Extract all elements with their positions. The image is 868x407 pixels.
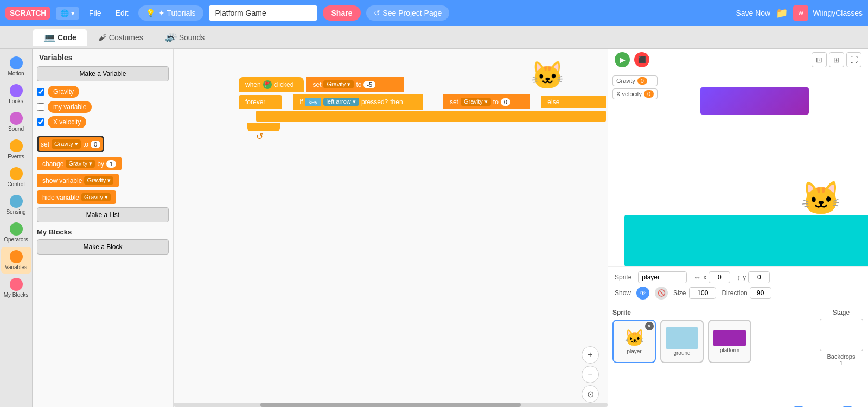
sprite-grid: ✕ 🐱 player ground platform	[612, 320, 809, 363]
sprite-delete-player[interactable]: ✕	[645, 322, 654, 330]
direction-input[interactable]	[750, 287, 771, 299]
motion-label: Motion	[8, 71, 24, 77]
zoom-out-button[interactable]: −	[582, 366, 599, 383]
stop-button[interactable]: ⬛	[634, 52, 649, 67]
share-button[interactable]: Share	[323, 5, 361, 21]
set-label3: set	[450, 98, 458, 106]
script-canvas[interactable]: 🐱 when 🚩 clicked set Gravity ▾ to -5	[174, 49, 608, 407]
change-value[interactable]: 1	[106, 160, 116, 168]
platform-sprite-preview	[713, 330, 746, 346]
sidebar-item-variables[interactable]: Variables	[1, 247, 31, 274]
show-variable-label: show variable	[42, 177, 82, 185]
show-variable-block[interactable]: show variable Gravity ▾	[37, 174, 119, 187]
normal-stage-button[interactable]: ⊞	[829, 52, 844, 67]
sprite-card-platform[interactable]: platform	[708, 320, 751, 363]
make-list-button[interactable]: Make a List	[37, 207, 169, 222]
tab-code[interactable]: 💻 💻 Code	[33, 29, 87, 46]
edit-menu[interactable]: Edit	[111, 7, 133, 20]
sprite-name-input[interactable]	[638, 271, 687, 283]
set-gravity-if-dropdown[interactable]: Gravity ▾	[461, 98, 491, 106]
xvelocity-chip[interactable]: X velocity	[48, 116, 86, 128]
tab-costumes[interactable]: 🖌 🖌 Costumes	[87, 29, 154, 46]
forever-block[interactable]: forever	[239, 95, 282, 109]
make-variable-button[interactable]: Make a Variable	[37, 66, 169, 81]
sprite-info-panel: Sprite ↔ x ↕ y Show 👁 🚫 Size	[608, 266, 868, 304]
hide-eye-button[interactable]: 🚫	[655, 287, 668, 300]
green-flag-button[interactable]: ▶	[615, 52, 630, 67]
cat-sprite-stage[interactable]: 🐱	[801, 179, 841, 218]
to-label2: to	[356, 81, 361, 88]
set-var-dropdown[interactable]: Gravity ▾	[52, 139, 81, 149]
sidebar-item-sound[interactable]: Sound	[1, 109, 31, 135]
sidebar-item-motion[interactable]: Motion	[1, 53, 31, 80]
control-label: Control	[7, 181, 24, 187]
show-variable-row: show variable Gravity ▾	[37, 174, 169, 187]
tutorials-button[interactable]: 💡 ✦ Tutorials	[138, 5, 203, 21]
stage-canvas[interactable]: Gravity 0 X velocity 0 🐱	[608, 71, 868, 266]
hide-variable-block[interactable]: hide variable Gravity ▾	[37, 190, 116, 204]
set-block-selected[interactable]: set Gravity ▾ to 0	[37, 136, 104, 152]
zoom-reset-button[interactable]: ⊙	[582, 385, 599, 403]
sidebar-item-myblocks[interactable]: My Blocks	[1, 275, 31, 301]
x-input[interactable]	[709, 271, 730, 283]
folder-icon[interactable]: 📁	[776, 7, 788, 19]
set-gravity-block[interactable]: set Gravity ▾ to -5	[306, 77, 404, 92]
language-button[interactable]: 🌐 ▾	[56, 7, 79, 20]
set-value[interactable]: 0	[91, 141, 100, 148]
y-input[interactable]	[748, 271, 770, 283]
sidebar-item-control[interactable]: Control	[1, 164, 31, 190]
sidebar-item-events[interactable]: Events	[1, 136, 31, 163]
set-gravity-if-val[interactable]: 0	[501, 98, 510, 106]
variable-row-xvelocity: X velocity	[37, 116, 169, 128]
xvelocity-checkbox[interactable]	[37, 118, 44, 126]
hide-variable-label: hide variable	[42, 194, 79, 201]
tab-sounds[interactable]: 🔊 🔊 Sounds	[154, 29, 215, 46]
zoom-in-button[interactable]: +	[582, 346, 599, 364]
change-block-row: change Gravity ▾ by 1	[37, 157, 169, 170]
arrow-dropdown[interactable]: left arrow ▾	[323, 98, 359, 106]
sprite-card-ground[interactable]: ground	[660, 320, 704, 363]
user-avatar: W	[793, 5, 808, 21]
stage-thumbnail[interactable]	[820, 319, 863, 351]
set-gravity-if-block[interactable]: set Gravity ▾ to 0	[443, 94, 530, 109]
change-dropdown[interactable]: Gravity ▾	[66, 160, 95, 168]
fullscreen-button[interactable]: ⛶	[846, 52, 861, 67]
show-eye-button[interactable]: 👁	[636, 287, 649, 300]
scrollbar-thumb[interactable]	[260, 403, 521, 407]
set-gravity-dropdown[interactable]: Gravity ▾	[323, 80, 354, 88]
project-title-input[interactable]	[209, 5, 317, 21]
stage-platform	[624, 215, 868, 266]
size-label: Size	[673, 289, 686, 297]
myvariable-checkbox[interactable]	[37, 103, 44, 111]
see-project-button[interactable]: ↺ See Project Page	[366, 5, 449, 21]
gravity-display: Gravity 0	[612, 75, 658, 86]
sidebar-item-looks[interactable]: Looks	[1, 81, 31, 107]
horizontal-scrollbar[interactable]	[174, 403, 608, 407]
sprite-card-player[interactable]: ✕ 🐱 player	[612, 320, 656, 363]
show-variable-dropdown[interactable]: Gravity ▾	[84, 176, 113, 185]
script-area[interactable]: 🐱 when 🚩 clicked set Gravity ▾ to -5	[174, 49, 608, 407]
small-stage-button[interactable]: ⊡	[812, 52, 827, 67]
variable-display-area: Gravity 0 X velocity 0	[612, 75, 658, 99]
size-input[interactable]	[689, 287, 716, 299]
hide-variable-dropdown[interactable]: Gravity ▾	[81, 193, 111, 201]
make-block-button[interactable]: Make a Block	[37, 239, 169, 255]
sidebar-item-sensing[interactable]: Sensing	[1, 192, 31, 218]
event-block[interactable]: when 🚩 clicked	[239, 77, 304, 92]
user-info[interactable]: W WiingyClasses	[793, 5, 863, 21]
platform-sprite-label: platform	[720, 347, 739, 353]
file-menu[interactable]: File	[85, 7, 106, 20]
gravity-checkbox[interactable]	[37, 88, 44, 96]
scratch-logo[interactable]: SCRATCH	[5, 7, 50, 20]
sidebar-item-operators[interactable]: Operators	[1, 219, 31, 246]
looks-label: Looks	[9, 98, 23, 104]
change-block[interactable]: change Gravity ▾ by 1	[37, 157, 122, 170]
save-now-button[interactable]: Save Now	[736, 9, 770, 17]
myblocks-dot	[10, 278, 23, 291]
variables-label: Variables	[5, 264, 27, 270]
sprite-show-row: Show 👁 🚫 Size Direction	[615, 287, 861, 300]
if-block[interactable]: if key left arrow ▾ pressed? then	[293, 94, 423, 110]
myvariable-chip[interactable]: my variable	[48, 101, 92, 113]
set-gravity-val[interactable]: -5	[363, 81, 375, 88]
gravity-chip[interactable]: Gravity	[48, 86, 79, 98]
